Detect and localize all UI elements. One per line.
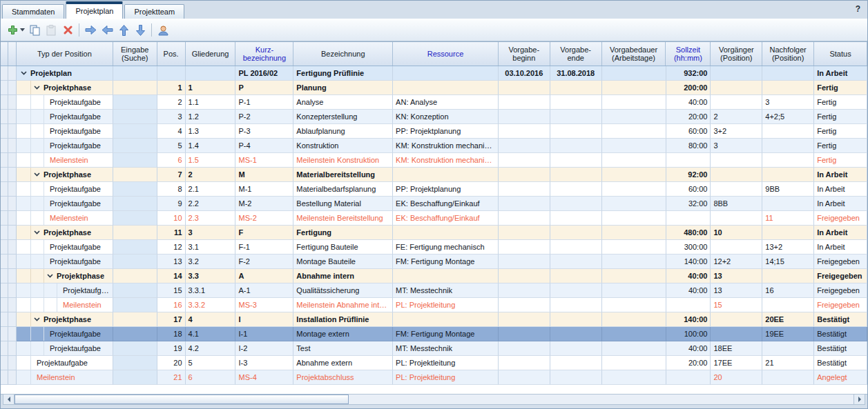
table-row-pos-10[interactable]: Meilenstein102.3MS-2Meilenstein Bereitst… <box>1 211 867 226</box>
table-row-pos-9[interactable]: Projektaufgabe92.2M-2Bestellung Material… <box>1 197 867 211</box>
column-header-pos[interactable]: Pos. <box>157 42 186 66</box>
column-header-kurz[interactable]: Kurz- bezeichnung <box>235 42 293 66</box>
tree-gutter-cell[interactable] <box>8 283 17 298</box>
search-input-cell[interactable] <box>113 110 157 124</box>
row-gutter-cell[interactable] <box>1 370 8 385</box>
search-input-cell[interactable] <box>113 124 157 139</box>
column-header-res[interactable]: Ressource <box>393 42 499 66</box>
row-gutter-cell[interactable] <box>1 110 8 124</box>
scrollbar-thumb[interactable] <box>15 395 349 404</box>
chevron-down-icon[interactable] <box>44 269 57 283</box>
column-header-bez[interactable]: Bezeichnung <box>293 42 393 66</box>
tree-gutter-cell[interactable] <box>8 356 17 370</box>
search-input-cell[interactable] <box>113 66 157 81</box>
tree-gutter-cell[interactable] <box>8 240 17 255</box>
tree-gutter-cell[interactable] <box>8 226 17 240</box>
search-input-cell[interactable] <box>113 283 157 298</box>
table-row-pos-11[interactable]: Projektphase113FFertigung480:0010In Arbe… <box>1 226 867 240</box>
tree-gutter-cell[interactable] <box>8 66 17 81</box>
column-header-status[interactable]: Status <box>814 42 867 66</box>
row-gutter-header[interactable] <box>1 42 8 66</box>
table-row-pos-12[interactable]: Projektaufgabe123.1F-1Fertigung Bauteile… <box>1 240 867 255</box>
search-input-cell[interactable] <box>113 370 157 385</box>
column-header-eingabe[interactable]: Eingabe (Suche) <box>113 42 157 66</box>
copy-button[interactable] <box>26 22 43 38</box>
column-header-nach[interactable]: Nachfolger (Position) <box>762 42 814 66</box>
tree-gutter-cell[interactable] <box>8 269 17 283</box>
scroll-right-button[interactable] <box>853 395 865 404</box>
tree-gutter-cell[interactable] <box>8 168 17 182</box>
row-gutter-cell[interactable] <box>1 139 8 153</box>
table-row-pos-14[interactable]: Projektphase143.3AAbnahme intern40:0013F… <box>1 269 867 283</box>
row-gutter-cell[interactable] <box>1 327 8 341</box>
search-input-cell[interactable] <box>113 240 157 255</box>
search-input-cell[interactable] <box>113 327 157 341</box>
row-gutter-cell[interactable] <box>1 124 8 139</box>
row-gutter-cell[interactable] <box>1 66 8 81</box>
table-row-pos-15[interactable]: Projektaufgabe153.3.1A-1Qualitätssicheru… <box>1 283 867 298</box>
search-input-cell[interactable] <box>113 298 157 312</box>
table-row-pos-21[interactable]: Meilenstein216MS-4ProjektabschlussPL: Pr… <box>1 370 867 385</box>
search-input-cell[interactable] <box>113 312 157 327</box>
tree-gutter-cell[interactable] <box>8 197 17 211</box>
tree-gutter-header[interactable] <box>8 42 17 66</box>
move-up-button[interactable] <box>115 22 132 38</box>
search-input-cell[interactable] <box>113 197 157 211</box>
tree-gutter-cell[interactable] <box>8 81 17 95</box>
chevron-down-icon[interactable] <box>31 312 44 326</box>
tree-gutter-cell[interactable] <box>8 95 17 110</box>
tree-gutter-cell[interactable] <box>8 327 17 341</box>
horizontal-scrollbar[interactable] <box>3 394 865 405</box>
chevron-down-icon[interactable] <box>31 168 44 181</box>
search-input-cell[interactable] <box>113 356 157 370</box>
table-row-pos-17[interactable]: Projektphase174IInstallation Prüflinie14… <box>1 312 867 327</box>
table-row-pos-4[interactable]: Projektaufgabe41.3P-3AblaufplanungPP: Pr… <box>1 124 867 139</box>
column-header-vorg[interactable]: Vorgänger (Position) <box>711 42 762 66</box>
tree-gutter-cell[interactable] <box>8 211 17 226</box>
tree-gutter-cell[interactable] <box>8 370 17 385</box>
table-row-pos-16[interactable]: Meilenstein163.3.2MS-3Meilenstein Abnahm… <box>1 298 867 312</box>
row-gutter-cell[interactable] <box>1 356 8 370</box>
tree-gutter-cell[interactable] <box>8 139 17 153</box>
table-row-pos-3[interactable]: Projektaufgabe31.2P-2KonzepterstellungKN… <box>1 110 867 124</box>
table-row-pos-7[interactable]: Projektphase72MMaterialbereitstellung92:… <box>1 168 867 182</box>
column-header-soll[interactable]: Sollzeit (hh:mm) <box>666 42 711 66</box>
tree-gutter-cell[interactable] <box>8 312 17 327</box>
search-input-cell[interactable] <box>113 95 157 110</box>
chevron-down-icon[interactable] <box>31 81 44 94</box>
column-header-typ[interactable]: Typ der Position <box>17 42 113 66</box>
move-down-button[interactable] <box>132 22 148 38</box>
search-input-cell[interactable] <box>113 269 157 283</box>
row-gutter-cell[interactable] <box>1 269 8 283</box>
table-row-pos-18[interactable]: Projektaufgabe184.1I-1Montage externFM: … <box>1 327 867 341</box>
tree-gutter-cell[interactable] <box>8 341 17 356</box>
row-gutter-cell[interactable] <box>1 81 8 95</box>
chevron-down-icon[interactable] <box>31 226 44 239</box>
table-row-pos-8[interactable]: Projektaufgabe82.1M-1Materialbedarfsplan… <box>1 182 867 197</box>
delete-button[interactable] <box>59 22 76 38</box>
column-header-vend[interactable]: Vorgabe- ende <box>550 42 602 66</box>
tab-projektteam[interactable]: Projektteam <box>124 4 184 19</box>
row-gutter-cell[interactable] <box>1 182 8 197</box>
tree-gutter-cell[interactable] <box>8 124 17 139</box>
column-header-vbeg[interactable]: Vorgabe- beginn <box>499 42 550 66</box>
row-gutter-cell[interactable] <box>1 197 8 211</box>
row-gutter-cell[interactable] <box>1 341 8 356</box>
search-input-cell[interactable] <box>113 139 157 153</box>
tree-gutter-cell[interactable] <box>8 298 17 312</box>
indent-right-button[interactable] <box>82 22 99 38</box>
table-row-pos-plan[interactable]: ProjektplanPL 2016/02Fertigung Prüflinie… <box>1 66 867 81</box>
row-gutter-cell[interactable] <box>1 312 8 327</box>
table-row-pos-2[interactable]: Projektaufgabe21.1P-1AnalyseAN: Analyse4… <box>1 95 867 110</box>
table-row-pos-5[interactable]: Projektaufgabe51.4P-4KonstruktionKM: Kon… <box>1 139 867 153</box>
row-gutter-cell[interactable] <box>1 255 8 269</box>
search-input-cell[interactable] <box>113 341 157 356</box>
row-gutter-cell[interactable] <box>1 153 8 168</box>
tab-projektplan[interactable]: Projektplan <box>66 1 123 19</box>
row-gutter-cell[interactable] <box>1 226 8 240</box>
search-input-cell[interactable] <box>113 182 157 197</box>
search-input-cell[interactable] <box>113 81 157 95</box>
paste-button[interactable] <box>43 22 59 38</box>
indent-left-button[interactable] <box>99 22 115 38</box>
table-row-pos-6[interactable]: Meilenstein61.5MS-1Meilenstein Konstrukt… <box>1 153 867 168</box>
